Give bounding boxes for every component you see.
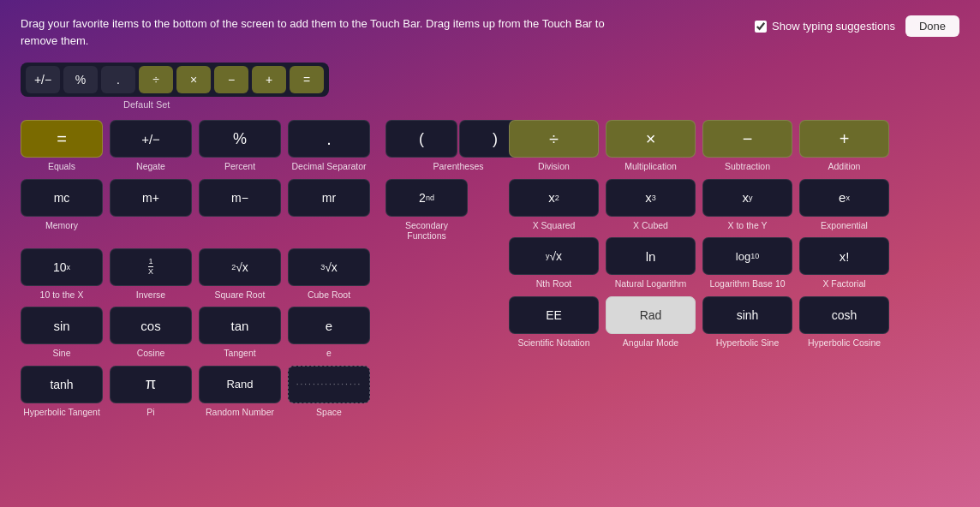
mr-group: mr <box>288 179 370 220</box>
e-label: e <box>326 348 332 359</box>
rand-btn[interactable]: Rand <box>199 366 281 403</box>
percent-label: Percent <box>224 161 255 172</box>
tanh-group: tanh Hyperbolic Tangent <box>21 366 103 418</box>
tan-label: Tangent <box>224 348 255 359</box>
instruction-text: Drag your favorite items to the bottom o… <box>21 15 620 49</box>
rp-row-powers: x2 X Squared x3 X Cubed xy X to the Y ex… <box>509 179 959 231</box>
subtraction-group: − Subtraction <box>702 120 792 172</box>
subtraction-label: Subtraction <box>725 161 770 172</box>
xcubed-btn[interactable]: x3 <box>606 179 696 217</box>
division-label: Division <box>538 161 570 172</box>
sinh-label: Hyperbolic Sine <box>716 337 780 349</box>
equals-btn[interactable]: = <box>21 120 103 158</box>
log10-btn[interactable]: log10 <box>702 237 792 275</box>
sqrt-btn[interactable]: 2√x <box>199 248 281 286</box>
ds-subtract-btn[interactable]: − <box>214 66 248 93</box>
pi-label: Pi <box>146 407 154 418</box>
decimal-label: Decimal Separator <box>292 161 367 172</box>
nthroot-label: Nth Root <box>536 278 571 289</box>
space-group: ················ Space <box>288 366 370 418</box>
ds-negate-btn[interactable]: +/− <box>26 66 60 93</box>
sinh-group: sinh Hyperbolic Sine <box>702 296 792 349</box>
rad-label: Angular Mode <box>623 337 678 349</box>
sinh-btn[interactable]: sinh <box>702 296 792 334</box>
ln-btn[interactable]: ln <box>606 237 696 275</box>
secondary-group: 2nd SecondaryFunctions <box>385 179 468 242</box>
space-btn[interactable]: ················ <box>288 366 370 403</box>
sin-btn[interactable]: sin <box>21 307 103 344</box>
ee-btn[interactable]: EE <box>509 296 599 334</box>
header-controls: Show typing suggestions Done <box>755 15 959 37</box>
xsquared-group: x2 X Squared <box>509 179 599 231</box>
equals-label: Equals <box>48 161 75 172</box>
e-btn[interactable]: e <box>288 307 370 344</box>
ds-add-btn[interactable]: + <box>252 66 286 93</box>
left-paren-btn[interactable]: ( <box>385 120 457 158</box>
negate-btn[interactable]: +/− <box>110 120 192 158</box>
nthroot-btn[interactable]: y√x <box>509 237 599 275</box>
ds-decimal-btn[interactable]: . <box>101 66 135 93</box>
percent-group: % Percent <box>199 120 281 172</box>
e-group: e e <box>288 307 370 359</box>
division-group: ÷ Division <box>509 120 599 172</box>
mminus-btn[interactable]: m− <box>199 179 281 217</box>
percent-btn[interactable]: % <box>199 120 281 158</box>
inverse-frac: 1 X <box>148 258 153 276</box>
addition-btn[interactable]: + <box>799 120 889 158</box>
exponential-btn[interactable]: ex <box>799 179 889 217</box>
factorial-btn[interactable]: x! <box>799 237 889 275</box>
parentheses-label: Parentheses <box>433 161 484 172</box>
sin-group: sin Sine <box>21 307 103 359</box>
log10-group: log10 Logarithm Base 10 <box>702 237 792 289</box>
xsquared-label: X Squared <box>533 220 576 231</box>
mc-btn[interactable]: mc <box>21 179 103 217</box>
multiplication-btn[interactable]: × <box>606 120 696 158</box>
mc-label: Memory <box>45 220 78 231</box>
inverse-btn[interactable]: 1 X <box>110 248 192 286</box>
multiplication-group: × Multiplication <box>606 120 696 172</box>
xtoy-btn[interactable]: xy <box>702 179 792 217</box>
nthroot-group: y√x Nth Root <box>509 237 599 289</box>
show-typing-checkbox[interactable] <box>755 21 767 33</box>
rad-btn[interactable]: Rad <box>606 296 696 334</box>
addition-label: Addition <box>828 161 861 172</box>
addition-group: + Addition <box>799 120 889 172</box>
pi-btn[interactable]: π <box>110 366 192 403</box>
sqrt-group: 2√x Square Root <box>199 248 281 301</box>
ds-equals-btn[interactable]: = <box>290 66 324 93</box>
inverse-label: Inverse <box>136 289 165 301</box>
cos-label: Cosine <box>137 348 165 359</box>
tenx-btn[interactable]: 10x <box>21 248 103 286</box>
xsquared-btn[interactable]: x2 <box>509 179 599 217</box>
show-typing-label[interactable]: Show typing suggestions <box>755 20 895 33</box>
left-panel: = Equals +/− Negate % Percent . Decimal … <box>21 120 500 425</box>
ds-multiply-btn[interactable]: × <box>176 66 211 93</box>
cosh-btn[interactable]: cosh <box>799 296 889 334</box>
inverse-group: 1 X Inverse <box>110 248 192 301</box>
secondary-btn[interactable]: 2nd <box>385 179 468 217</box>
tan-btn[interactable]: tan <box>199 307 281 344</box>
rand-group: Rand Random Number <box>199 366 281 418</box>
equals-group: = Equals <box>21 120 103 172</box>
mr-btn[interactable]: mr <box>288 179 370 217</box>
tanh-btn[interactable]: tanh <box>21 366 103 403</box>
mminus-group: m− <box>199 179 281 220</box>
ds-divide-btn[interactable]: ÷ <box>139 66 173 93</box>
cbrt-group: 3√x Cube Root <box>288 248 370 301</box>
decimal-group: . Decimal Separator <box>288 120 370 172</box>
subtraction-btn[interactable]: − <box>702 120 792 158</box>
decimal-btn[interactable]: . <box>288 120 370 158</box>
rp-row-hyp: EE Scientific Notation Rad Angular Mode … <box>509 296 959 349</box>
ds-percent-btn[interactable]: % <box>63 66 98 93</box>
xcubed-group: x3 X Cubed <box>606 179 696 231</box>
negate-group: +/− Negate <box>110 120 192 172</box>
mplus-btn[interactable]: m+ <box>110 179 192 217</box>
division-btn[interactable]: ÷ <box>509 120 599 158</box>
xcubed-label: X Cubed <box>633 220 668 231</box>
cbrt-btn[interactable]: 3√x <box>288 248 370 286</box>
exponential-group: ex Exponential <box>799 179 889 231</box>
done-button[interactable]: Done <box>905 15 959 37</box>
rp-row-ops: ÷ Division × Multiplication − Subtractio… <box>509 120 959 172</box>
secondary-label: SecondaryFunctions <box>405 220 448 242</box>
cos-btn[interactable]: cos <box>110 307 192 344</box>
